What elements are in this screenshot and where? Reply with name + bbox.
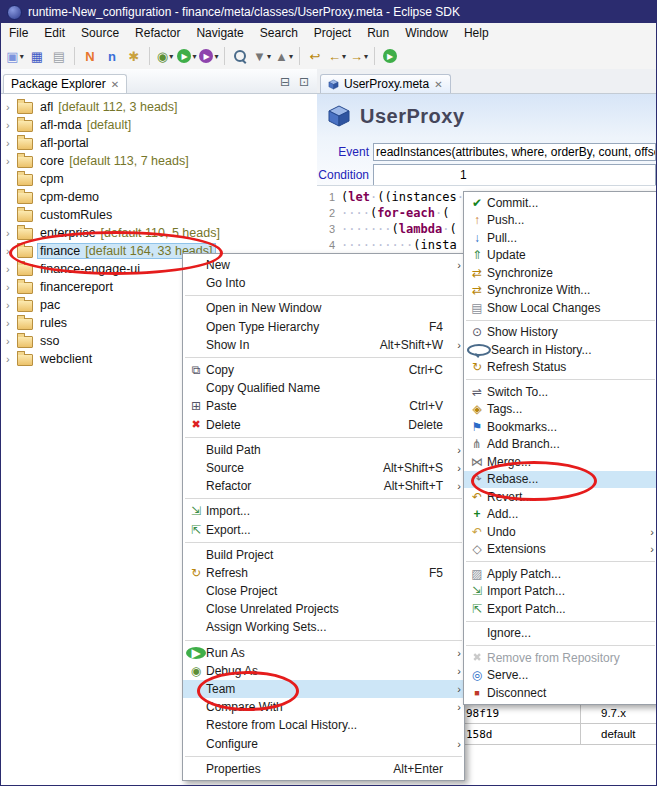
expand-chevron-icon[interactable] (6, 353, 17, 365)
tree-item-enterprise[interactable]: enterprise[default 110, 5 heads] (1, 224, 317, 242)
menu-item-revert[interactable]: ↶Revert... (464, 488, 657, 506)
menu-item-add-branch[interactable]: ⋔Add Branch... (464, 436, 657, 454)
menu-item-open-in-new-window[interactable]: Open in New Window (183, 299, 464, 317)
tree-item-afl[interactable]: afl[default 112, 3 heads] (1, 98, 317, 116)
menu-item-delete[interactable]: ✖DeleteDelete (183, 416, 464, 434)
menu-item-open-type-hierarchy[interactable]: Open Type HierarchyF4 (183, 318, 464, 336)
menu-item-paste[interactable]: ⊞PasteCtrl+V (183, 397, 464, 415)
menu-item-run-as[interactable]: ▶Run As (183, 644, 464, 662)
menu-item-source[interactable]: SourceAlt+Shift+S (183, 459, 464, 477)
orange-n-button[interactable]: N (80, 45, 100, 67)
expand-chevron-icon[interactable] (6, 155, 17, 167)
table-row[interactable]: 98f19 9.7.x (461, 703, 657, 724)
tree-item-afl-mda[interactable]: afl-mda[default] (1, 116, 317, 134)
menu-item-team[interactable]: Team (183, 680, 464, 698)
menu-item-disconnect[interactable]: ■Disconnect (464, 684, 657, 702)
menu-item-apply-patch[interactable]: ▨Apply Patch... (464, 565, 657, 583)
menu-item-import-patch[interactable]: ⇲Import Patch... (464, 583, 657, 601)
menubar-item-run[interactable]: Run (359, 24, 397, 42)
tree-item-afl-portal[interactable]: afl-portal (1, 134, 317, 152)
menu-item-extensions[interactable]: ◇Extensions (464, 541, 657, 559)
expand-chevron-icon[interactable] (6, 317, 17, 329)
editor-tab-userproxy[interactable]: UserProxy.meta (320, 74, 451, 93)
condition-input[interactable]: 1 (373, 164, 656, 186)
new-wizard-button[interactable]: ▣ (5, 45, 25, 67)
expand-chevron-icon[interactable] (6, 227, 17, 239)
run-last-button[interactable]: ▶ (380, 45, 400, 67)
wand-button[interactable]: ✱ (124, 45, 144, 67)
menu-item-push[interactable]: ↑Push... (464, 212, 657, 230)
external-tools-button[interactable]: ▶ (199, 45, 219, 67)
close-editor-icon[interactable] (434, 79, 442, 90)
menu-item-export-patch[interactable]: ⇱Export Patch... (464, 600, 657, 618)
menu-item-assign-working-sets[interactable]: Assign Working Sets... (183, 618, 464, 636)
menu-item-compare-with[interactable]: Compare With (183, 698, 464, 716)
minimize-view-icon[interactable]: ⊟ (280, 75, 290, 89)
expand-chevron-icon[interactable] (6, 101, 17, 113)
title-bar[interactable]: runtime-New_configuration - finance/meta… (1, 1, 656, 23)
menu-item-switch-to[interactable]: ⇌Switch To... (464, 383, 657, 401)
menu-item-ignore[interactable]: Ignore... (464, 625, 657, 643)
event-input[interactable]: readInstances(attributes, where, orderBy… (373, 143, 656, 161)
menu-item-build-project[interactable]: Build Project (183, 546, 464, 564)
maximize-view-icon[interactable]: ⊡ (299, 75, 309, 89)
search-button[interactable] (230, 45, 250, 67)
menubar-item-refactor[interactable]: Refactor (127, 24, 188, 42)
tree-item-cpm[interactable]: cpm (1, 170, 317, 188)
menu-item-debug-as[interactable]: ◉Debug As (183, 662, 464, 680)
menu-item-export[interactable]: ⇱Export... (183, 520, 464, 538)
menu-item-synchronize-with[interactable]: ⇄Synchronize With... (464, 282, 657, 300)
menu-item-copy[interactable]: ⧉CopyCtrl+C (183, 361, 464, 379)
menu-item-refresh[interactable]: ↻RefreshF5 (183, 564, 464, 582)
tree-item-core[interactable]: core[default 113, 7 heads] (1, 152, 317, 170)
close-view-icon[interactable] (111, 79, 119, 90)
debug-button[interactable]: ◉ (155, 45, 175, 67)
expand-chevron-icon[interactable] (6, 245, 17, 257)
menu-item-show-local-changes[interactable]: ▤Show Local Changes (464, 299, 657, 317)
menu-item-refresh-status[interactable]: ↻Refresh Status (464, 359, 657, 377)
menubar-item-help[interactable]: Help (456, 24, 497, 42)
menubar-item-search[interactable]: Search (252, 24, 306, 42)
menu-item-show-in[interactable]: Show InAlt+Shift+W (183, 336, 464, 354)
menu-item-add[interactable]: +Add... (464, 506, 657, 524)
menu-item-update[interactable]: ⇑Update (464, 247, 657, 265)
menubar-item-source[interactable]: Source (73, 24, 127, 42)
tree-item-customrules[interactable]: customRules (1, 206, 317, 224)
table-row[interactable]: 158d default (461, 724, 657, 745)
menubar-item-file[interactable]: File (1, 24, 36, 42)
menu-item-pull[interactable]: ↓Pull... (464, 229, 657, 247)
expand-chevron-icon[interactable] (6, 335, 17, 347)
save-button[interactable]: ▦ (27, 45, 47, 67)
menu-item-tags[interactable]: ◈Tags... (464, 401, 657, 419)
menu-item-commit[interactable]: ✔Commit... (464, 194, 657, 212)
expand-chevron-icon[interactable] (6, 263, 17, 275)
menubar-item-navigate[interactable]: Navigate (188, 24, 251, 42)
menu-item-properties[interactable]: PropertiesAlt+Enter (183, 760, 464, 778)
last-edit-button[interactable]: ↩ (305, 45, 325, 67)
forward-button[interactable]: → (349, 45, 369, 67)
menu-item-serve[interactable]: ◎Serve... (464, 667, 657, 685)
back-button[interactable]: ← (327, 45, 347, 67)
expand-chevron-icon[interactable] (6, 137, 17, 149)
menu-item-bookmarks[interactable]: ⚑Bookmarks... (464, 418, 657, 436)
blue-n-button[interactable]: n (102, 45, 122, 67)
menu-item-synchronize[interactable]: ⇄Synchronize (464, 264, 657, 282)
menu-item-rebase[interactable]: ↷Rebase... (464, 471, 657, 489)
menu-item-merge[interactable]: ⋈Merge... (464, 453, 657, 471)
menu-item-close-unrelated-projects[interactable]: Close Unrelated Projects (183, 600, 464, 618)
menubar-item-project[interactable]: Project (306, 24, 359, 42)
run-button[interactable]: ▶ (177, 45, 197, 67)
menubar-item-window[interactable]: Window (397, 24, 456, 42)
package-explorer-tab[interactable]: Package Explorer (3, 74, 127, 93)
menu-item-new[interactable]: New (183, 256, 464, 274)
menubar-item-edit[interactable]: Edit (36, 24, 73, 42)
next-annotation-button[interactable]: ▼ (252, 45, 272, 67)
menu-item-go-into[interactable]: Go Into (183, 274, 464, 292)
expand-chevron-icon[interactable] (6, 281, 17, 293)
tree-item-cpm-demo[interactable]: cpm-demo (1, 188, 317, 206)
menu-item-import[interactable]: ⇲Import... (183, 502, 464, 520)
prev-annotation-button[interactable]: ▲ (274, 45, 294, 67)
menu-item-refactor[interactable]: RefactorAlt+Shift+T (183, 477, 464, 495)
menu-item-undo[interactable]: ↶Undo (464, 523, 657, 541)
menu-item-copy-qualified-name[interactable]: Copy Qualified Name (183, 379, 464, 397)
